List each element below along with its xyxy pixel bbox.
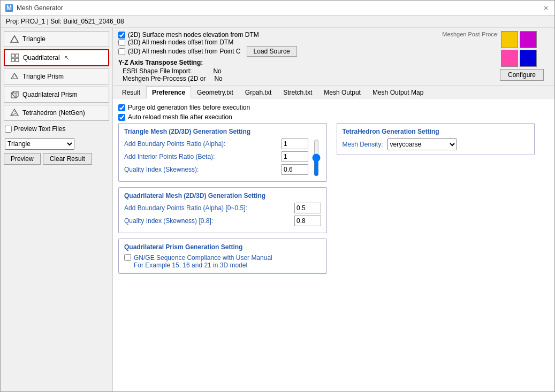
tab-stretch[interactable]: Stretch.txt xyxy=(277,86,318,98)
tab-graph[interactable]: Grpah.txt xyxy=(239,86,277,98)
preview-text-label: Preview Text Files xyxy=(14,125,65,133)
triangle-prism-icon xyxy=(10,72,19,81)
triangle-inputs: Add Boundary Points Ratio (Alpha): Add I… xyxy=(124,139,308,177)
quad-quality-label: Quality Index (Skewness) [0.8]: xyxy=(124,217,294,225)
blue-swatch[interactable] xyxy=(520,50,537,67)
main-content: Triangle Quadrilateral ↖ Triangle Prism xyxy=(1,28,554,391)
interior-label: Add Interior Points Ratio (Beta): xyxy=(124,153,282,160)
auto-reload-check-row: Auto reload mesh file after execution xyxy=(118,113,549,121)
cursor-indicator: ↖ xyxy=(64,54,70,62)
quad-boundary-row: Add Boundary Points Ratio (Alpha) [0~0.5… xyxy=(124,203,321,213)
check-3d-dtm-row: (3D) All mesh nodes offset from DTM xyxy=(118,39,302,46)
meshgen-post-label: Meshgen Post-Proce: xyxy=(442,31,499,37)
density-select[interactable]: verycoarse coarse medium fine veryfine xyxy=(387,139,457,150)
quad-quality-row: Quality Index (Skewness) [0.8]: xyxy=(124,216,321,226)
triangle-button[interactable]: Triangle xyxy=(4,31,109,47)
mesh-type-dropdown-row: Triangle Quadrilateral Triangle Prism Qu… xyxy=(4,137,109,151)
checkboxes-area: (2D) Surface mesh nodes elevation from D… xyxy=(118,31,302,82)
esri-label: ESRI Shape File Import: xyxy=(123,67,192,75)
prism-section-title: Quadrilateral Prism Generation Setting xyxy=(124,243,321,251)
tab-mesh-output[interactable]: Mesh Output xyxy=(318,86,367,98)
triangle-section: Triangle Mesh (2D/3D) Generation Setting… xyxy=(118,123,327,182)
tetrahedron-icon xyxy=(10,108,19,118)
quad-quality-input[interactable] xyxy=(294,216,321,226)
header-row: (2D) Surface mesh nodes elevation from D… xyxy=(118,31,549,82)
density-row: Mesh Density: verycoarse coarse medium f… xyxy=(343,139,529,150)
quality-row: Quality Index (Skewness): xyxy=(124,164,308,175)
preview-text-checkbox[interactable] xyxy=(5,126,12,133)
purge-label: Purge old generation files before execut… xyxy=(128,104,250,111)
yz-section: Y-Z Axis Transpose Setting: ESRI Shape F… xyxy=(118,59,302,82)
prism-gn-ge-checkbox[interactable] xyxy=(124,254,131,261)
quad-prism-label: Quadrilateral Prism xyxy=(22,91,78,98)
boundary-row: Add Boundary Points Ratio (Alpha): xyxy=(124,139,308,149)
boundary-label: Add Boundary Points Ratio (Alpha): xyxy=(124,140,282,148)
quadrilateral-button[interactable]: Quadrilateral ↖ xyxy=(4,49,109,66)
top-right-area: (2D) Surface mesh nodes elevation from D… xyxy=(113,28,554,86)
check-2d-row: (2D) Surface mesh nodes elevation from D… xyxy=(118,31,302,39)
surface-2d-label: (2D) Surface mesh nodes elevation from D… xyxy=(128,31,259,39)
prism-gn-ge-row: GN/GE Sequence Compliance with User Manu… xyxy=(124,254,321,269)
yellow-swatch[interactable] xyxy=(501,31,518,48)
interior-input[interactable] xyxy=(282,151,308,162)
offset-3d-point-label: (3D) All mesh nodes offset from Point C xyxy=(128,48,241,55)
meshgen-post-area: Meshgen Post-Proce: Configure xyxy=(442,31,549,81)
tetra-section-title: TetraHedron Generation Setting xyxy=(343,128,529,135)
purge-checkbox[interactable] xyxy=(118,104,125,111)
tetra-section: TetraHedron Generation Setting Mesh Dens… xyxy=(337,123,535,155)
svg-marker-2 xyxy=(11,36,18,42)
surface-2d-checkbox[interactable] xyxy=(118,32,125,39)
prism-gn-ge-text: GN/GE Sequence Compliance with User Manu… xyxy=(134,254,272,269)
proj-text: Proj: PROJ_1 | Sol: Build_0521_2046_08 xyxy=(6,18,124,25)
tab-mesh-output-map[interactable]: Mesh Output Map xyxy=(367,86,429,98)
preview-button[interactable]: Preview xyxy=(4,153,41,165)
mesh-type-select[interactable]: Triangle Quadrilateral Triangle Prism Qu… xyxy=(5,138,74,150)
tab-result[interactable]: Result xyxy=(116,86,146,98)
prism-gn-ge-line2: For Example 15, 16 and 21 in 3D model xyxy=(134,262,272,269)
slider-col xyxy=(308,139,321,177)
offset-3d-point-checkbox[interactable] xyxy=(118,48,125,55)
preview-check-row: Preview Text Files xyxy=(4,123,109,135)
auto-reload-checkbox[interactable] xyxy=(118,114,125,121)
pink-swatch[interactable] xyxy=(501,50,518,67)
tabs-bar: Result Preference Geometry.txt Grpah.txt… xyxy=(113,86,554,98)
boundary-input[interactable] xyxy=(282,139,308,149)
left-settings-col: Triangle Mesh (2D/3D) Generation Setting… xyxy=(118,123,331,279)
svg-rect-6 xyxy=(16,58,19,62)
left-panel: Triangle Quadrilateral ↖ Triangle Prism xyxy=(1,28,113,391)
purple-swatch[interactable] xyxy=(520,31,537,48)
tetrahedron-button[interactable]: Tetrahedron (NetGen) xyxy=(4,105,109,121)
meshgen-pre-row: Meshgen Pre-Process (2D or No xyxy=(123,75,302,82)
svg-line-9 xyxy=(16,75,18,79)
purge-check-row: Purge old generation files before execut… xyxy=(118,104,549,111)
close-button[interactable]: × xyxy=(542,4,550,12)
configure-button[interactable]: Configure xyxy=(500,69,544,81)
tab-geometry[interactable]: Geometry.txt xyxy=(191,86,239,98)
clear-result-button[interactable]: Clear Result xyxy=(43,153,92,165)
quad-boundary-input[interactable] xyxy=(294,203,321,213)
quadrilateral-prism-button[interactable]: Quadrilateral Prism xyxy=(4,87,109,103)
preference-tab-content: Purge old generation files before execut… xyxy=(113,98,554,391)
tetrahedron-label: Tetrahedron (NetGen) xyxy=(22,109,85,117)
title-bar: M Mesh Generator × xyxy=(1,1,554,16)
offset-3d-dtm-checkbox[interactable] xyxy=(118,39,125,46)
svg-rect-3 xyxy=(11,54,14,57)
app-icon: M xyxy=(5,4,13,12)
quadrilateral-label: Quadrilateral xyxy=(23,54,60,62)
main-window: M Mesh Generator × Proj: PROJ_1 | Sol: B… xyxy=(0,0,555,392)
triangle-slider[interactable] xyxy=(311,139,321,176)
quality-label: Quality Index (Skewness): xyxy=(124,166,282,173)
esri-row: ESRI Shape File Import: No xyxy=(123,67,302,75)
quad-section-title: Quadrilateral Mesh (2D/3D) Generation Se… xyxy=(124,192,321,199)
right-panel: (2D) Surface mesh nodes elevation from D… xyxy=(113,28,554,391)
esri-value: No xyxy=(213,67,221,75)
quality-input[interactable] xyxy=(282,164,308,175)
triangle-section-title: Triangle Mesh (2D/3D) Generation Setting xyxy=(124,128,321,135)
svg-rect-4 xyxy=(16,54,19,57)
yz-title: Y-Z Axis Transpose Setting: xyxy=(118,59,302,66)
tab-preference[interactable]: Preference xyxy=(146,86,191,98)
load-source-button[interactable]: Load Source xyxy=(247,46,297,57)
density-label: Mesh Density: xyxy=(343,141,383,148)
grid-icon xyxy=(10,53,20,63)
triangle-prism-button[interactable]: Triangle Prism xyxy=(4,68,109,84)
